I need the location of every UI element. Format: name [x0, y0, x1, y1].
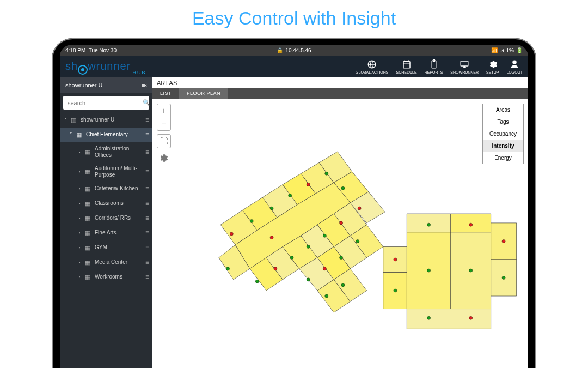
zoom-out-button[interactable]: −: [157, 117, 170, 130]
collapse-icon[interactable]: ≡‹: [142, 82, 147, 88]
header-nav: GLOBAL ACTIONSSCHEDULEREPORTSSHOWRUNNERS…: [356, 59, 523, 74]
svg-point-50: [325, 294, 328, 298]
tree-item-media-center[interactable]: ›▦Media Center≡: [60, 255, 152, 270]
svg-point-45: [340, 221, 343, 225]
svg-marker-24: [407, 214, 451, 232]
search-icon[interactable]: 🔍: [143, 99, 150, 106]
view-tabs: LIST FLOOR PLAN: [152, 88, 528, 99]
nav-showrunner[interactable]: SHOWRUNNER: [450, 59, 479, 74]
svg-point-34: [289, 194, 292, 197]
overlay-occupancy[interactable]: Occupancy: [483, 128, 523, 140]
sidebar: showrunner U ≡‹ 🔍 ˅▥showrunner U≡˅▦Chief…: [60, 77, 152, 368]
svg-point-42: [290, 256, 293, 260]
svg-point-31: [230, 232, 233, 236]
item-menu-icon[interactable]: ≡: [145, 258, 149, 266]
svg-point-38: [358, 207, 361, 210]
logo-o-icon: [78, 65, 88, 75]
overlay-tags[interactable]: Tags: [483, 116, 523, 128]
tree-item-gym[interactable]: ›▦GYM≡: [60, 240, 152, 255]
zoom-in-button[interactable]: +: [157, 104, 170, 117]
overlay-energy[interactable]: Energy: [483, 152, 523, 164]
tree-item-cafeteria-kitchen[interactable]: ›▦Cafeteria/ Kitchen≡: [60, 182, 152, 196]
svg-point-35: [307, 183, 310, 186]
section-title: AREAS: [152, 77, 528, 88]
tree-item-classrooms[interactable]: ›▦Classrooms≡: [60, 196, 152, 211]
search-box[interactable]: 🔍: [63, 96, 149, 110]
svg-point-49: [307, 278, 310, 281]
map-settings-button[interactable]: [157, 152, 170, 165]
svg-point-62: [394, 258, 397, 261]
item-menu-icon[interactable]: ≡: [145, 168, 149, 176]
svg-point-57: [502, 239, 505, 243]
fullscreen-button[interactable]: ⛶: [157, 135, 170, 148]
status-battery: 1%: [506, 47, 514, 53]
nav-schedule[interactable]: SCHEDULE: [396, 59, 417, 74]
signal-icon: 📶: [491, 47, 498, 53]
svg-point-51: [341, 283, 345, 287]
floor-plan[interactable]: [173, 104, 524, 364]
svg-point-36: [325, 172, 328, 175]
tree-item-administration-offices[interactable]: ›▦Administration Offices≡: [60, 142, 152, 162]
status-host: 10.44.5.46: [285, 47, 311, 53]
nav-logout[interactable]: LOGOUT: [506, 59, 523, 74]
tree-item-showrunner-u[interactable]: ˅▥showrunner U≡: [60, 113, 152, 128]
item-menu-icon[interactable]: ≡: [145, 131, 149, 138]
sidebar-title: showrunner U: [65, 82, 102, 88]
svg-point-56: [469, 269, 473, 272]
status-date: Tue Nov 30: [89, 47, 117, 53]
main-panel: AREAS LIST FLOOR PLAN + − ⛶: [152, 77, 528, 368]
svg-point-59: [427, 316, 431, 319]
tree-item-fine-arts[interactable]: ›▦Fine Arts≡: [60, 226, 152, 240]
svg-point-40: [255, 280, 259, 283]
svg-marker-25: [451, 214, 491, 232]
map-container[interactable]: + − ⛶ AreasTagsOccupancyIntensityEnergy: [152, 99, 528, 368]
app-logo: shwrunnerHUB: [65, 60, 146, 73]
svg-point-39: [226, 267, 230, 270]
status-time: 4:18 PM: [65, 47, 85, 53]
tablet-frame: 4:18 PM Tue Nov 30 🔒10.44.5.46 📶⊿1%🔋 shw…: [52, 38, 536, 368]
overlay-selector: AreasTagsOccupancyIntensityEnergy: [482, 104, 524, 164]
tree-item-auditorium-multi-purpose[interactable]: ›▦Auditorium/ Multi-Purpose≡: [60, 162, 152, 182]
nav-setup[interactable]: SETUP: [486, 59, 499, 74]
item-menu-icon[interactable]: ≡: [145, 244, 149, 251]
tab-list[interactable]: LIST: [152, 88, 179, 99]
svg-point-41: [274, 267, 277, 270]
overlay-intensity[interactable]: Intensity: [483, 140, 523, 152]
svg-point-43: [307, 245, 310, 248]
svg-point-58: [502, 276, 505, 279]
svg-point-54: [469, 223, 473, 226]
tree-item-workrooms[interactable]: ›▦Workrooms≡: [60, 270, 152, 285]
svg-point-61: [394, 289, 397, 292]
wifi-icon: ⊿: [500, 47, 504, 53]
lock-icon: 🔒: [277, 47, 283, 53]
item-menu-icon[interactable]: ≡: [145, 273, 149, 281]
svg-point-46: [356, 239, 359, 243]
svg-marker-28: [407, 309, 491, 329]
item-menu-icon[interactable]: ≡: [145, 148, 149, 156]
tab-floor-plan[interactable]: FLOOR PLAN: [179, 88, 228, 99]
overlay-areas[interactable]: Areas: [483, 104, 523, 116]
svg-point-53: [427, 223, 431, 226]
svg-point-47: [340, 256, 343, 260]
item-menu-icon[interactable]: ≡: [145, 200, 149, 207]
item-menu-icon[interactable]: ≡: [145, 116, 149, 124]
nav-global-actions[interactable]: GLOBAL ACTIONS: [356, 59, 388, 74]
svg-point-33: [270, 207, 273, 210]
item-menu-icon[interactable]: ≡: [145, 214, 149, 222]
page-headline: Easy Control with Insight: [0, 0, 588, 32]
tree-item-chief-elementary[interactable]: ˅▦Chief Elementary≡: [60, 128, 152, 142]
svg-point-44: [323, 234, 326, 237]
battery-icon: 🔋: [516, 47, 523, 53]
item-menu-icon[interactable]: ≡: [145, 185, 149, 192]
svg-point-37: [341, 186, 345, 190]
svg-point-52: [270, 236, 273, 239]
svg-point-48: [323, 267, 326, 270]
nav-reports[interactable]: REPORTS: [425, 59, 443, 74]
sidebar-title-row: showrunner U ≡‹: [60, 77, 152, 93]
ios-status-bar: 4:18 PM Tue Nov 30 🔒10.44.5.46 📶⊿1%🔋: [60, 45, 528, 56]
svg-point-60: [469, 316, 473, 319]
nav-tree: ˅▥showrunner U≡˅▦Chief Elementary≡›▦Admi…: [60, 113, 152, 368]
tree-item-corridors-rrs[interactable]: ›▦Corridors/ RRs≡: [60, 211, 152, 226]
item-menu-icon[interactable]: ≡: [145, 229, 149, 237]
search-input[interactable]: [68, 100, 143, 106]
